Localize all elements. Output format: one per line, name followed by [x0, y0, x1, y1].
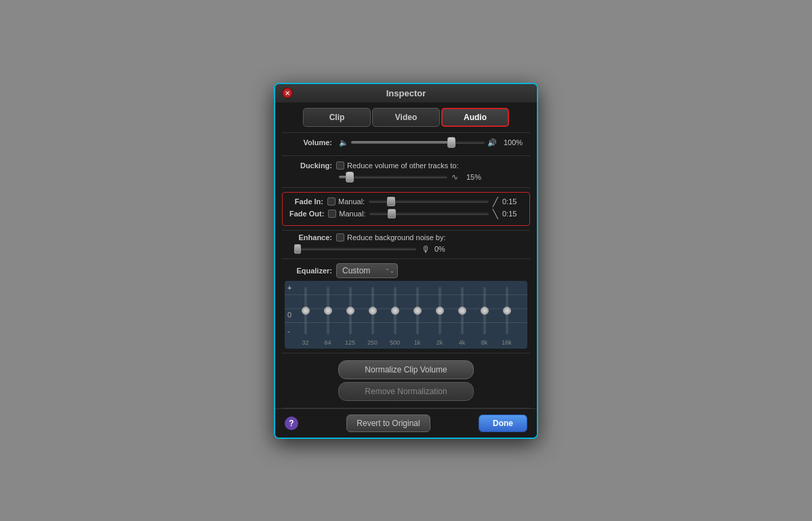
volume-value: 100%	[504, 138, 527, 147]
noise-icon: 🎙	[422, 244, 430, 254]
eq-band-32	[294, 284, 317, 338]
tab-clip[interactable]: Clip	[303, 108, 371, 127]
eq-band-thumb-8k[interactable]	[481, 307, 489, 315]
eq-band-thumb-2k[interactable]	[436, 307, 444, 315]
fade-in-checkbox[interactable]	[327, 197, 336, 206]
equalizer-select[interactable]: Custom Flat Bass Boost	[336, 263, 398, 278]
fade-out-curve-icon: ╲	[493, 209, 498, 219]
volume-high-icon: 🔊	[487, 138, 497, 147]
eq-band-track-2k[interactable]	[439, 287, 441, 334]
eq-band-thumb-250[interactable]	[369, 307, 377, 315]
equalizer-select-wrap: Custom Flat Bass Boost	[336, 263, 398, 278]
fade-out-manual: Manual:	[328, 210, 365, 218]
tab-video[interactable]: Video	[372, 108, 440, 127]
revert-button[interactable]: Revert to Original	[346, 414, 430, 432]
fade-in-slider[interactable]	[369, 200, 489, 203]
eq-band-16k	[495, 284, 518, 338]
volume-row: Volume: 🔈 🔊 100%	[285, 138, 527, 147]
ducking-label: Ducking:	[285, 161, 332, 170]
eq-band-track-125[interactable]	[349, 287, 352, 334]
fade-in-label: Fade In:	[289, 197, 323, 206]
ducking-thumb[interactable]	[346, 172, 354, 182]
volume-fill	[351, 141, 451, 144]
normalize-button[interactable]: Normalize Clip Volume	[338, 360, 474, 379]
equalizer-label: Equalizer:	[285, 267, 332, 275]
enhance-value: 0%	[434, 245, 458, 253]
help-button[interactable]: ?	[285, 417, 298, 430]
eq-band-thumb-32[interactable]	[302, 307, 310, 315]
eq-freq-2k: 2k	[428, 339, 451, 346]
ducking-curve-icon: ∿	[451, 172, 458, 182]
ducking-slider-row: ∿ 15%	[285, 172, 527, 182]
remove-normalization-button[interactable]: Remove Normalization	[338, 382, 474, 401]
ducking-description: Reduce volume of other tracks to:	[347, 161, 458, 170]
fade-in-manual-label: Manual:	[338, 197, 365, 206]
eq-band-track-250[interactable]	[371, 287, 374, 334]
ducking-checkbox[interactable]	[336, 161, 344, 170]
eq-freq-8k: 8k	[473, 339, 495, 346]
eq-band-thumb-64[interactable]	[324, 307, 332, 315]
eq-band-1k	[406, 284, 428, 338]
eq-band-track-32[interactable]	[304, 287, 307, 334]
eq-band-2k	[428, 284, 451, 338]
divider-3	[282, 187, 530, 188]
eq-band-4k	[451, 284, 473, 338]
fade-in-time: 0:15	[502, 197, 523, 206]
help-icon: ?	[289, 419, 293, 428]
enhance-section: Enhance: Reduce background noise by: 🎙 0…	[275, 231, 537, 258]
ducking-slider[interactable]	[339, 176, 447, 178]
fade-in-manual: Manual:	[327, 197, 365, 206]
fade-out-row: Fade Out: Manual: ╲ 0:15	[289, 209, 523, 219]
eq-band-track-500[interactable]	[394, 287, 397, 334]
volume-section: Volume: 🔈 🔊 100%	[275, 133, 537, 155]
eq-freq-16k: 16k	[495, 339, 518, 346]
enhance-slider-row: 🎙 0%	[285, 244, 527, 254]
volume-label: Volume:	[285, 138, 332, 147]
volume-slider[interactable]	[351, 141, 485, 144]
volume-thumb[interactable]	[447, 137, 455, 148]
eq-freq-250: 250	[361, 339, 384, 346]
eq-band-thumb-4k[interactable]	[458, 307, 466, 315]
eq-band-thumb-1k[interactable]	[413, 307, 422, 315]
eq-band-thumb-16k[interactable]	[503, 307, 511, 315]
eq-band-track-16k[interactable]	[506, 287, 508, 334]
fade-in-thumb[interactable]	[387, 197, 395, 206]
enhance-checkbox[interactable]	[336, 233, 344, 242]
fade-out-checkbox[interactable]	[328, 210, 336, 218]
enhance-slider[interactable]	[294, 248, 416, 250]
enhance-description: Reduce background noise by:	[347, 233, 446, 242]
enhance-row: Enhance: Reduce background noise by:	[285, 233, 527, 242]
tabs-row: Clip Video Audio	[275, 102, 537, 132]
equalizer-row: Equalizer: Custom Flat Bass Boost	[275, 259, 537, 281]
enhance-thumb[interactable]	[294, 244, 301, 254]
window-title: Inspector	[386, 88, 426, 98]
ducking-value: 15%	[466, 173, 490, 181]
close-icon: ✕	[285, 90, 290, 97]
eq-band-500	[384, 284, 406, 338]
done-button[interactable]: Done	[479, 414, 527, 432]
eq-band-250	[361, 284, 384, 338]
inspector-window: ✕ Inspector Clip Video Audio Volume: 🔈 🔊…	[274, 83, 538, 439]
eq-freq-64: 64	[317, 339, 339, 346]
fade-in-curve-icon: ╱	[493, 197, 498, 207]
tab-audio[interactable]: Audio	[441, 108, 509, 127]
eq-band-track-4k[interactable]	[461, 287, 464, 334]
eq-band-thumb-125[interactable]	[346, 307, 354, 315]
fade-out-slider[interactable]	[369, 212, 489, 215]
close-button[interactable]: ✕	[282, 88, 293, 98]
ducking-section: Ducking: Reduce volume of other tracks t…	[275, 156, 537, 187]
fade-out-label: Fade Out:	[289, 210, 324, 218]
eq-band-thumb-500[interactable]	[391, 307, 399, 315]
eq-freq-4k: 4k	[451, 339, 473, 346]
eq-freq-125: 125	[339, 339, 361, 346]
fade-in-row: Fade In: Manual: ╱ 0:15	[289, 197, 523, 207]
eq-band-track-1k[interactable]	[416, 287, 419, 334]
eq-freq-500: 500	[384, 339, 406, 346]
eq-freq-32: 32	[294, 339, 317, 346]
eq-bands	[289, 284, 523, 338]
fade-out-thumb[interactable]	[388, 209, 396, 218]
eq-band-track-64[interactable]	[327, 287, 329, 334]
eq-band-track-8k[interactable]	[483, 287, 486, 334]
eq-freq-labels: 32 64 125 250 500 1k 2k 4k 8k 16k	[289, 338, 523, 346]
bottom-section: Normalize Clip Volume Remove Normalizati…	[275, 353, 537, 408]
